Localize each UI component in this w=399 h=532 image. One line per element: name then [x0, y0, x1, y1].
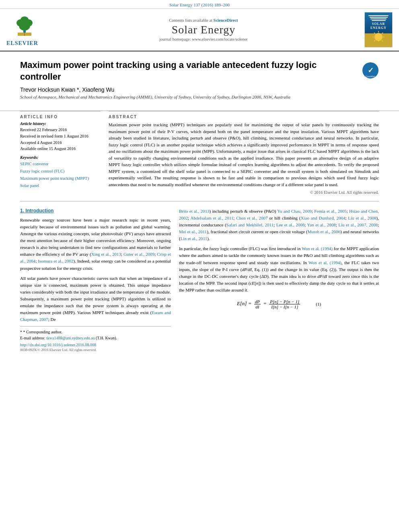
- eq-numerator-main: P[n] − P[n − 1]: [269, 299, 300, 304]
- intro-para-1: Renewable energy sources have been a maj…: [20, 217, 171, 271]
- link-xiao[interactable]: Xiao and Dunford, 2004: [301, 216, 346, 220]
- svg-point-4: [21, 16, 29, 23]
- article-info-col: ARTICLE INFO Article history: Received 2…: [20, 111, 101, 195]
- footnote-email-row: E-mail address: tkwa1488@uni.sydney.edu.…: [20, 335, 171, 341]
- link-abdelsalam[interactable]: Abdelsalam et al., 2011: [190, 216, 233, 220]
- link-lin[interactable]: Lin et al., 2011: [181, 236, 208, 241]
- eq-numerator-dp: dP: [254, 299, 261, 304]
- doi-line[interactable]: http://dx.doi.org/10.1016/j.solener.2016…: [20, 343, 171, 347]
- keyword-0[interactable]: SEPIC converter: [20, 160, 101, 168]
- intro-para-2: All solar panels have power characterist…: [20, 275, 171, 323]
- journal-title: Solar Energy: [43, 23, 364, 36]
- link-brito[interactable]: Brito et al., 2013: [179, 209, 210, 214]
- body-left-col: 1. Introduction Renewable energy sources…: [20, 208, 171, 352]
- footnote-email-link[interactable]: tkwa1488@uni.sydney.edu.au: [46, 336, 95, 340]
- svg-line-12: [374, 33, 375, 34]
- received-form: Received in revised form 1 August 2016: [20, 133, 101, 140]
- article-info-label: ARTICLE INFO: [20, 115, 101, 119]
- journal-header: ELSEVIER Contents lists available at Sci…: [0, 9, 399, 51]
- doi-text: http://dx.doi.org/10.1016/j.solener.2016…: [20, 343, 96, 347]
- elsevier-wordmark: ELSEVIER: [6, 40, 43, 47]
- article-title: Maximum power point tracking using a var…: [20, 60, 350, 82]
- keyword-2[interactable]: Maximum power point tracking (MPPT): [20, 175, 101, 182]
- journal-top-bar: Solar Energy 137 (2016) 189–200: [0, 0, 399, 9]
- title-row: Maximum power point tracking using a var…: [20, 60, 379, 104]
- link-liu2[interactable]: Liu et al., 2007, 2008: [338, 222, 378, 227]
- elsevier-tree-svg: [6, 16, 43, 38]
- abstract-text: Maximum power point tracking (MPPT) tech…: [109, 121, 379, 188]
- issn-line: 0038-092X/© 2016 Elsevier Ltd. All right…: [20, 348, 171, 352]
- page-wrapper: Solar Energy 137 (2016) 189–200 ELSEVIER: [0, 0, 399, 358]
- copyright-line: © 2016 Elsevier Ltd. All rights reserved…: [109, 190, 379, 195]
- email-label: E-mail address:: [20, 336, 46, 340]
- and-text: and: [343, 229, 350, 234]
- link-safari[interactable]: Safari and Mekhilef, 2011: [226, 222, 274, 227]
- sciencedirect-prefix: Contents lists available at: [169, 18, 213, 23]
- right-para-1: Brito et al., 2013) including perturb & …: [179, 208, 379, 242]
- link-femia[interactable]: Femia et al., 2005: [314, 209, 347, 214]
- eq-number: (1): [316, 302, 321, 306]
- eq-denominator-di: dI: [255, 304, 260, 309]
- equation-1-area: E[n] = dP dI = P[n] − P[n − 1] I[n] − I[…: [179, 298, 379, 311]
- crossmark-svg: ✓ CrossMark: [362, 62, 379, 79]
- body-two-col: 1. Introduction Renewable energy sources…: [0, 201, 399, 358]
- intro-heading: 1. Introduction: [20, 208, 171, 214]
- svg-line-13: [382, 33, 383, 34]
- link-won1994[interactable]: Won et al. (1994): [302, 246, 333, 251]
- link-liu2008[interactable]: Liu et al., 2008: [348, 216, 376, 220]
- title-text-block: Maximum power point tracking using a var…: [20, 60, 356, 104]
- crossmark-icon[interactable]: ✓ CrossMark: [362, 62, 379, 80]
- link-yu[interactable]: Yu and Chau, 2009: [277, 209, 312, 214]
- abstract-col: ABSTRACT Maximum power point tracking (M…: [109, 111, 379, 195]
- available: Available online 15 August 2016: [20, 146, 101, 152]
- article-area: Maximum power point tracking using a var…: [0, 51, 399, 111]
- keywords-heading: Keywords:: [20, 155, 101, 160]
- solar-label-line2: ENERGY: [370, 26, 387, 30]
- history-heading: Article history:: [20, 121, 101, 126]
- solar-logo-lines: [366, 15, 391, 21]
- abstract-label: ABSTRACT: [109, 115, 379, 119]
- authors: Trevor Hocksun Kwan *, Xiaofeng Wu: [20, 86, 356, 93]
- affiliation: School of Aerospace, Mechanical and Mech…: [20, 94, 356, 99]
- footnote-corresponding: * Corresponding author.: [23, 330, 62, 334]
- svg-line-15: [382, 40, 383, 41]
- solar-energy-thumbnail: SOLAR ENERGY: [364, 12, 393, 47]
- footnote-star-symbol: *: [20, 330, 23, 334]
- solar-sun-svg: [368, 30, 390, 42]
- eq-denominator-main: I[n] − I[n − 1]: [270, 304, 299, 309]
- footnote-area: * * Corresponding author. E-mail address…: [20, 326, 171, 352]
- link-won1994b[interactable]: Won et al. (1994): [309, 260, 341, 265]
- link-mei[interactable]: Mei et al., 2011: [179, 229, 207, 234]
- sciencedirect-link[interactable]: ScienceDirect: [214, 18, 238, 23]
- sciencedirect-line: Contents lists available at ScienceDirec…: [43, 18, 364, 23]
- equation-1-box: E[n] = dP dI = P[n] − P[n − 1] I[n] − I[…: [237, 299, 321, 309]
- link-esram[interactable]: Esram and Chapman, 2007: [20, 310, 171, 322]
- link-lee[interactable]: Lee et al., 2006: [276, 222, 305, 227]
- keyword-3[interactable]: Solar panel: [20, 182, 101, 189]
- two-col-meta-section: ARTICLE INFO Article history: Received 2…: [0, 111, 399, 201]
- eq-lhs: E[n] = dP dI = P[n] − P[n − 1] I[n] − I[…: [237, 299, 301, 309]
- logo-line-2: [370, 17, 388, 18]
- svg-text:✓: ✓: [368, 66, 374, 74]
- body-right-col: Brito et al., 2013) including perturb & …: [179, 208, 379, 352]
- journal-homepage: journal homepage: www.elsevier.com/locat…: [43, 37, 364, 41]
- svg-text:CrossMark: CrossMark: [366, 75, 376, 78]
- link-isomura[interactable]: Isomura et al., 2002: [38, 259, 73, 263]
- link-mutoh[interactable]: Mutoh et al., 2006: [308, 229, 340, 234]
- link-guter[interactable]: Guter et al., 2009: [123, 252, 154, 257]
- link-chen[interactable]: Chen et al., 2007: [236, 216, 267, 220]
- link-xing[interactable]: Xing et al., 2013: [91, 252, 121, 257]
- logo-line-4: [372, 20, 386, 21]
- solar-thumb-label: SOLAR ENERGY: [370, 22, 387, 30]
- elsevier-logo: ELSEVIER: [6, 16, 43, 44]
- history-group: Article history: Received 22 February 20…: [20, 121, 101, 152]
- logo-line-1: [368, 15, 389, 16]
- keywords-group: Keywords: SEPIC converter Fuzzy logic co…: [20, 155, 101, 189]
- received-1: Received 22 February 2016: [20, 127, 101, 133]
- footnote-star: * * Corresponding author.: [20, 329, 171, 335]
- accepted: Accepted 4 August 2016: [20, 140, 101, 146]
- keyword-1[interactable]: Fuzzy logic control (FLC): [20, 168, 101, 175]
- footnote-email-suffix: (T.H. Kwan).: [95, 336, 117, 340]
- volume-info: Solar Energy 137 (2016) 189–200: [169, 2, 230, 7]
- link-yan[interactable]: Yan et al., 2008: [307, 222, 335, 227]
